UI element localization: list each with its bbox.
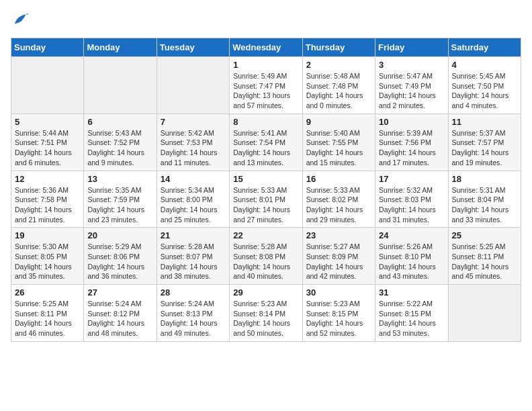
day-number: 15 [233, 174, 298, 184]
calendar-week-3: 12Sunrise: 5:36 AMSunset: 7:58 PMDayligh… [11, 171, 521, 228]
day-number: 20 [87, 230, 152, 240]
calendar-week-1: 1Sunrise: 5:49 AMSunset: 7:47 PMDaylight… [11, 57, 521, 114]
day-number: 24 [379, 230, 444, 240]
weekday-header-monday: Monday [84, 38, 157, 57]
calendar-cell [11, 57, 84, 114]
calendar-cell: 22Sunrise: 5:28 AMSunset: 8:08 PMDayligh… [230, 228, 302, 285]
day-info: Sunrise: 5:24 AMSunset: 8:13 PMDaylight:… [161, 299, 226, 338]
day-info: Sunrise: 5:33 AMSunset: 8:02 PMDaylight:… [306, 185, 371, 225]
day-number: 5 [15, 117, 80, 127]
day-info: Sunrise: 5:29 AMSunset: 8:06 PMDaylight:… [87, 242, 152, 281]
day-number: 31 [379, 287, 444, 298]
day-number: 3 [379, 60, 444, 70]
day-info: Sunrise: 5:37 AMSunset: 7:57 PMDaylight:… [452, 128, 517, 168]
calendar-cell: 28Sunrise: 5:24 AMSunset: 8:13 PMDayligh… [157, 285, 229, 342]
day-number: 26 [15, 287, 80, 298]
day-number: 30 [306, 287, 371, 298]
day-number: 8 [233, 117, 298, 127]
day-number: 16 [306, 174, 371, 184]
day-info: Sunrise: 5:36 AMSunset: 7:58 PMDaylight:… [15, 185, 80, 225]
calendar-cell: 3Sunrise: 5:47 AMSunset: 7:49 PMDaylight… [375, 57, 448, 114]
calendar-cell: 16Sunrise: 5:33 AMSunset: 8:02 PMDayligh… [302, 171, 375, 228]
day-number: 4 [452, 60, 517, 70]
calendar-cell: 11Sunrise: 5:37 AMSunset: 7:57 PMDayligh… [448, 113, 521, 171]
day-info: Sunrise: 5:35 AMSunset: 7:59 PMDaylight:… [87, 185, 152, 225]
day-info: Sunrise: 5:25 AMSunset: 8:11 PMDaylight:… [452, 242, 517, 281]
day-info: Sunrise: 5:43 AMSunset: 7:52 PMDaylight:… [87, 128, 152, 168]
day-number: 18 [452, 174, 517, 184]
calendar-cell: 9Sunrise: 5:40 AMSunset: 7:55 PMDaylight… [302, 113, 375, 171]
day-info: Sunrise: 5:30 AMSunset: 8:05 PMDaylight:… [15, 242, 80, 281]
day-info: Sunrise: 5:39 AMSunset: 7:56 PMDaylight:… [379, 128, 444, 168]
day-number: 9 [306, 117, 371, 127]
day-info: Sunrise: 5:33 AMSunset: 8:01 PMDaylight:… [233, 185, 298, 225]
calendar-cell: 21Sunrise: 5:28 AMSunset: 8:07 PMDayligh… [157, 228, 229, 285]
calendar-cell: 19Sunrise: 5:30 AMSunset: 8:05 PMDayligh… [11, 228, 84, 285]
day-info: Sunrise: 5:27 AMSunset: 8:09 PMDaylight:… [306, 242, 371, 281]
weekday-header-thursday: Thursday [302, 38, 375, 57]
day-info: Sunrise: 5:48 AMSunset: 7:48 PMDaylight:… [306, 71, 371, 111]
day-number: 25 [452, 230, 517, 240]
calendar-cell: 6Sunrise: 5:43 AMSunset: 7:52 PMDaylight… [84, 113, 157, 171]
calendar-cell: 23Sunrise: 5:27 AMSunset: 8:09 PMDayligh… [302, 228, 375, 285]
calendar-cell: 12Sunrise: 5:36 AMSunset: 7:58 PMDayligh… [11, 171, 84, 228]
calendar-cell: 4Sunrise: 5:45 AMSunset: 7:50 PMDaylight… [448, 57, 521, 114]
day-info: Sunrise: 5:23 AMSunset: 8:14 PMDaylight:… [233, 299, 298, 338]
calendar-cell [157, 57, 229, 114]
day-info: Sunrise: 5:49 AMSunset: 7:47 PMDaylight:… [233, 71, 298, 111]
calendar-cell: 5Sunrise: 5:44 AMSunset: 7:51 PMDaylight… [11, 113, 84, 171]
day-number: 19 [15, 230, 80, 240]
calendar-cell: 29Sunrise: 5:23 AMSunset: 8:14 PMDayligh… [230, 285, 302, 342]
day-number: 2 [306, 60, 371, 70]
day-number: 12 [15, 174, 80, 184]
logo [11, 11, 32, 30]
calendar-table: SundayMondayTuesdayWednesdayThursdayFrid… [11, 38, 521, 342]
calendar-cell: 24Sunrise: 5:26 AMSunset: 8:10 PMDayligh… [375, 228, 448, 285]
weekday-header-sunday: Sunday [11, 38, 84, 57]
weekday-header-saturday: Saturday [448, 38, 521, 57]
weekday-header-friday: Friday [375, 38, 448, 57]
day-info: Sunrise: 5:45 AMSunset: 7:50 PMDaylight:… [452, 71, 517, 111]
day-number: 17 [379, 174, 444, 184]
calendar-cell [448, 285, 521, 342]
day-info: Sunrise: 5:41 AMSunset: 7:54 PMDaylight:… [233, 128, 298, 168]
day-number: 7 [161, 117, 226, 127]
day-info: Sunrise: 5:42 AMSunset: 7:53 PMDaylight:… [161, 128, 226, 168]
weekday-header-tuesday: Tuesday [157, 38, 229, 57]
calendar-cell: 15Sunrise: 5:33 AMSunset: 8:01 PMDayligh… [230, 171, 302, 228]
day-number: 1 [233, 60, 298, 70]
calendar-cell: 13Sunrise: 5:35 AMSunset: 7:59 PMDayligh… [84, 171, 157, 228]
calendar-cell: 8Sunrise: 5:41 AMSunset: 7:54 PMDaylight… [230, 113, 302, 171]
calendar-cell: 1Sunrise: 5:49 AMSunset: 7:47 PMDaylight… [230, 57, 302, 114]
day-number: 27 [87, 287, 152, 298]
day-number: 13 [87, 174, 152, 184]
day-info: Sunrise: 5:23 AMSunset: 8:15 PMDaylight:… [306, 299, 371, 338]
calendar-cell: 31Sunrise: 5:22 AMSunset: 8:15 PMDayligh… [375, 285, 448, 342]
calendar-week-4: 19Sunrise: 5:30 AMSunset: 8:05 PMDayligh… [11, 228, 521, 285]
logo-icon [11, 11, 30, 30]
calendar-cell: 26Sunrise: 5:25 AMSunset: 8:11 PMDayligh… [11, 285, 84, 342]
day-number: 23 [306, 230, 371, 240]
day-info: Sunrise: 5:24 AMSunset: 8:12 PMDaylight:… [87, 299, 152, 338]
day-info: Sunrise: 5:32 AMSunset: 8:03 PMDaylight:… [379, 185, 444, 225]
calendar-cell: 30Sunrise: 5:23 AMSunset: 8:15 PMDayligh… [302, 285, 375, 342]
day-number: 29 [233, 287, 298, 298]
day-info: Sunrise: 5:40 AMSunset: 7:55 PMDaylight:… [306, 128, 371, 168]
calendar-cell: 25Sunrise: 5:25 AMSunset: 8:11 PMDayligh… [448, 228, 521, 285]
calendar-cell: 17Sunrise: 5:32 AMSunset: 8:03 PMDayligh… [375, 171, 448, 228]
page-header [11, 11, 521, 30]
day-info: Sunrise: 5:28 AMSunset: 8:07 PMDaylight:… [161, 242, 226, 281]
day-number: 22 [233, 230, 298, 240]
day-info: Sunrise: 5:44 AMSunset: 7:51 PMDaylight:… [15, 128, 80, 168]
calendar-week-2: 5Sunrise: 5:44 AMSunset: 7:51 PMDaylight… [11, 113, 521, 171]
day-info: Sunrise: 5:22 AMSunset: 8:15 PMDaylight:… [379, 299, 444, 338]
day-number: 14 [161, 174, 226, 184]
day-info: Sunrise: 5:34 AMSunset: 8:00 PMDaylight:… [161, 185, 226, 225]
day-number: 11 [452, 117, 517, 127]
day-number: 21 [161, 230, 226, 240]
calendar-week-5: 26Sunrise: 5:25 AMSunset: 8:11 PMDayligh… [11, 285, 521, 342]
weekday-header-wednesday: Wednesday [230, 38, 302, 57]
day-number: 10 [379, 117, 444, 127]
day-info: Sunrise: 5:28 AMSunset: 8:08 PMDaylight:… [233, 242, 298, 281]
calendar-cell [84, 57, 157, 114]
